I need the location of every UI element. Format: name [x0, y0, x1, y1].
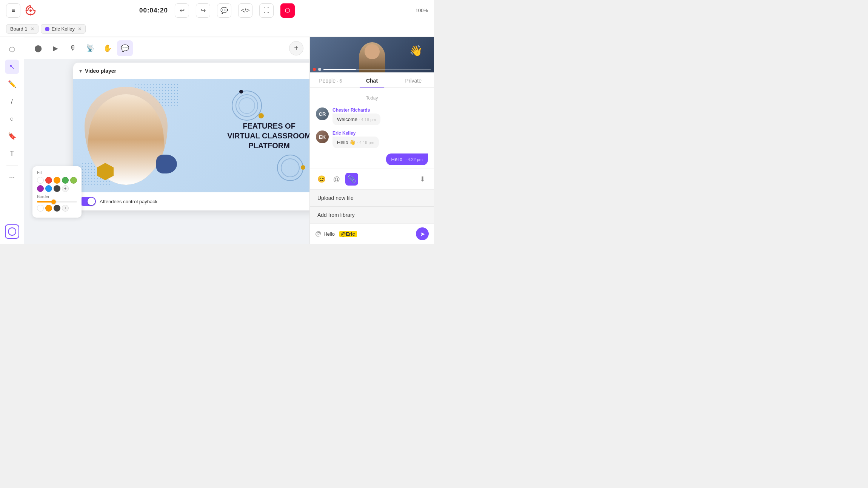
video-thumbnail-content: FEATURES OF VIRTUAL CLASSROOM PLATFORM: [73, 79, 309, 192]
upload-new-file-item[interactable]: Upload new file: [310, 190, 434, 207]
tab-user-label: Eric Kelley: [52, 26, 75, 32]
msg-sender-1: Chester Richards: [332, 107, 380, 113]
swatch-purple[interactable]: [37, 185, 44, 192]
menu-button[interactable]: ≡: [6, 3, 20, 18]
tab-user-close[interactable]: ✕: [78, 26, 82, 32]
logo: [24, 4, 37, 17]
video-player-card: ▾ Video player ⛶ ✕: [73, 63, 309, 210]
dark-dot: [239, 90, 243, 94]
fullscreen-button[interactable]: ⛶: [259, 3, 274, 18]
chat-message-2: EK Eric Kelley Hello 👋 · 4:19 pm: [316, 130, 428, 148]
attendees-toggle[interactable]: [79, 197, 96, 206]
swatch-white[interactable]: [37, 177, 44, 184]
pen-tool[interactable]: ✏️: [5, 77, 19, 91]
border-color-swatches: +: [37, 205, 77, 212]
video-btn[interactable]: ▶: [48, 40, 63, 56]
upload-menu: Upload new file Add from library: [310, 189, 434, 223]
undo-button[interactable]: ↩: [175, 3, 189, 18]
swatch-dark[interactable]: [54, 185, 60, 192]
swatch-green[interactable]: [62, 177, 69, 184]
camera-btn[interactable]: ⬤: [30, 40, 46, 56]
border-swatch-add[interactable]: +: [62, 205, 69, 212]
select-tool[interactable]: ⬡: [5, 42, 19, 57]
zoom-level: 100%: [416, 8, 428, 13]
blue-blob-decoration: [156, 155, 177, 173]
code-button[interactable]: </>: [238, 3, 252, 18]
text-tool[interactable]: T: [5, 146, 19, 161]
msg-time-inline: · 4:18 pm: [359, 117, 376, 122]
border-slider[interactable]: [37, 201, 77, 203]
fill-label: Fill: [37, 170, 77, 175]
tab-user-dot: [45, 27, 49, 31]
more-tools[interactable]: ···: [5, 170, 19, 184]
download-button[interactable]: ⬇: [416, 173, 429, 186]
shape-tool[interactable]: ○: [5, 112, 19, 126]
private-tab-label: Private: [405, 78, 422, 84]
send-button[interactable]: ➤: [416, 227, 429, 240]
swatch-lime[interactable]: [70, 177, 77, 184]
tab-board1[interactable]: Board 1 ✕: [6, 24, 38, 34]
slider-thumb: [51, 199, 56, 204]
exit-button[interactable]: ⬡: [280, 3, 295, 18]
left-toolbar: ⬡ ↖ ✏️ / ○ 🔖 T ···: [0, 37, 24, 244]
panel-tabs: People · 6 Chat Private: [310, 72, 434, 88]
msg-sender-2: Eric Kelley: [332, 130, 379, 136]
video-preview-img: 👋: [310, 37, 434, 72]
tab-user[interactable]: Eric Kelley ✕: [41, 24, 86, 34]
video-thumbnail: FEATURES OF VIRTUAL CLASSROOM PLATFORM: [73, 79, 309, 192]
gold-dot-bottom: [301, 165, 305, 170]
tab-people[interactable]: People · 6: [310, 72, 351, 87]
chat-message-1: CR Chester Richards Welcome · 4:18 pm: [316, 107, 428, 125]
main-area: ⬡ ↖ ✏️ / ○ 🔖 T ··· ▾ Video player ⛶ ✕: [0, 37, 434, 244]
circle-decoration-top: [232, 91, 262, 121]
attachment-button[interactable]: 📎: [345, 173, 358, 186]
canvas-bottom-toolbar: ⬤ ▶ 🎙 📡 ✋ 💬 +: [24, 37, 309, 59]
video-player-title: Video player: [85, 68, 116, 74]
msg-text-own: Hello · 4:22 pm: [386, 153, 428, 165]
swatch-red[interactable]: [45, 177, 52, 184]
chat-area: Today CR Chester Richards Welcome · 4:18…: [310, 88, 434, 169]
emoji-button[interactable]: 😊: [315, 173, 328, 186]
rss-btn[interactable]: 📡: [82, 40, 98, 56]
input-hello-text: Hello: [323, 231, 335, 237]
message-bubble-1: Chester Richards Welcome · 4:18 pm: [332, 107, 380, 125]
video-text-area: FEATURES OF VIRTUAL CLASSROOM PLATFORM: [227, 121, 309, 150]
hand-btn[interactable]: ✋: [100, 40, 115, 56]
top-bar: ≡ 00:04:20 ↩ ↪ 💬 </> ⛶ ⬡ 100%: [0, 0, 434, 21]
video-card-title-area: ▾ Video player: [79, 68, 116, 74]
video-card-footer: Attendees control payback: [73, 192, 309, 210]
at-sign-icon[interactable]: @: [315, 230, 321, 237]
border-label: Border: [37, 194, 77, 199]
color-tool[interactable]: [5, 224, 19, 239]
toggle-thumb: [88, 198, 95, 205]
add-content-btn[interactable]: +: [289, 41, 303, 55]
border-swatch-white[interactable]: [37, 205, 44, 212]
video-preview: 👋: [310, 37, 434, 72]
sticky-tool[interactable]: 🔖: [5, 129, 19, 143]
mic-btn[interactable]: 🎙: [65, 40, 81, 56]
border-swatch-dark[interactable]: [54, 205, 60, 212]
tab-private[interactable]: Private: [392, 72, 434, 87]
chat-date: Today: [316, 95, 428, 101]
swatch-orange[interactable]: [54, 177, 60, 184]
chat-input-text[interactable]: Hello @Eric: [323, 231, 414, 237]
border-swatch-orange[interactable]: [45, 205, 52, 212]
avatar-eric: EK: [316, 130, 329, 143]
top-bar-right: 100%: [416, 8, 428, 13]
avatar-chester: CR: [316, 107, 329, 120]
chat-bubble-btn[interactable]: 💬: [117, 40, 133, 56]
comment-button[interactable]: 💬: [217, 3, 231, 18]
swatch-blue[interactable]: [45, 185, 52, 192]
chevron-down-icon[interactable]: ▾: [79, 68, 82, 74]
tab-chat[interactable]: Chat: [351, 72, 393, 87]
tab-board1-label: Board 1: [10, 26, 28, 32]
at-mention-button[interactable]: @: [330, 173, 343, 186]
fill-color-swatches: +: [37, 177, 77, 192]
line-tool[interactable]: /: [5, 94, 19, 109]
cursor-tool[interactable]: ↖: [5, 60, 19, 74]
gold-dot-top: [259, 113, 264, 118]
add-from-library-item[interactable]: Add from library: [310, 207, 434, 223]
redo-button[interactable]: ↪: [196, 3, 210, 18]
swatch-add[interactable]: +: [62, 185, 69, 192]
tab-board1-close[interactable]: ✕: [31, 26, 34, 32]
